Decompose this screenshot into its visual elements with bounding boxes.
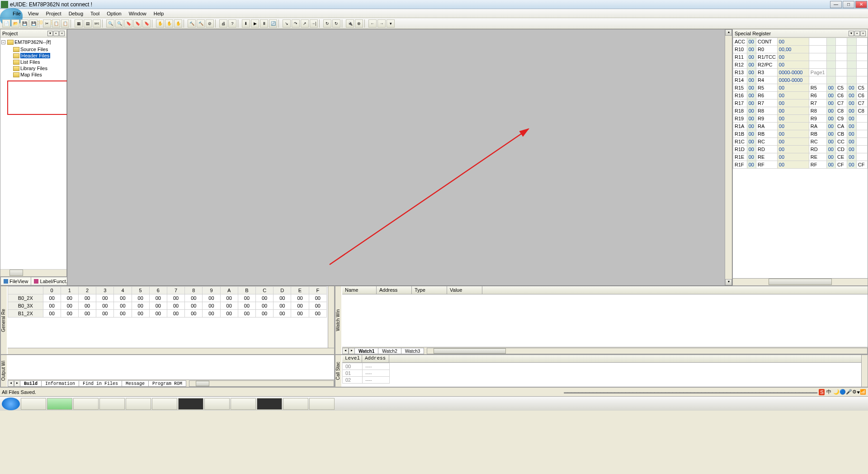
watch-tab-2[interactable]: Watch2 (378, 348, 401, 354)
watch-hscroll[interactable] (427, 348, 868, 354)
output-tab-find[interactable]: Find in Files (79, 380, 122, 387)
callstack-vscroll[interactable] (861, 355, 868, 387)
bookmark-next-icon[interactable]: 🔖 (133, 19, 142, 28)
register-table[interactable]: ACC00CONT00R1000R000,00R1100R1/TCC00R120… (733, 38, 868, 278)
find-icon[interactable]: 🔍 (106, 19, 114, 28)
reset-icon[interactable]: 🔄 (269, 19, 277, 28)
disconnect-icon[interactable]: ⊗ (355, 19, 363, 28)
project-item-1[interactable]: Header Files (1, 52, 66, 59)
callstack-table[interactable]: 00----01----02---- (342, 363, 390, 384)
ime-lang[interactable]: 中 (826, 389, 831, 395)
step-over-icon[interactable]: ↷ (292, 19, 300, 28)
mem-col-header[interactable]: 5 (132, 287, 149, 294)
mem-col-header[interactable]: E (291, 287, 309, 294)
mem-col-header[interactable]: A (220, 287, 238, 294)
step-out-icon[interactable]: ↗ (301, 19, 309, 28)
menu-window[interactable]: Window (125, 10, 150, 17)
collapse-icon[interactable]: − (1, 40, 5, 44)
close-panel-icon[interactable]: × (860, 31, 866, 36)
watch-col-address[interactable]: Address (377, 286, 412, 294)
project-item-4[interactable]: Map Files (1, 71, 66, 78)
output-tab-rom[interactable]: Program ROM (148, 380, 186, 387)
memory-row[interactable]: B0_2X00000000000000000000000000000000 (8, 294, 327, 302)
register-row[interactable]: R1400R40000-0000 (733, 76, 868, 84)
mem-col-header[interactable]: 7 (167, 287, 184, 294)
project-icon[interactable]: ▦ (75, 19, 83, 28)
register-row[interactable]: R1E00RE00RE00CE00 (733, 153, 868, 161)
register-row[interactable]: R1800R800R800C800C8 (733, 107, 868, 115)
stack-row[interactable]: 00---- (343, 363, 390, 370)
download-icon[interactable]: ⬇ (242, 19, 250, 28)
findall-icon[interactable]: 🔍 (115, 19, 123, 28)
taskbar-item[interactable] (73, 398, 99, 410)
watch-col-type[interactable]: Type (412, 286, 447, 294)
register-row[interactable]: R1900R900R900C900 (733, 115, 868, 123)
tray-icon-1[interactable]: 🌙 (833, 389, 840, 395)
register-row[interactable]: R1C00RC00RC00CC00 (733, 138, 868, 146)
memory-table[interactable]: 0123456789ABCDEF B0_2X000000000000000000… (8, 286, 327, 318)
close-panel-icon[interactable]: × (59, 31, 65, 36)
paste-icon[interactable]: 📋 (61, 19, 69, 28)
tab-prev-icon[interactable]: ◂ (8, 380, 14, 387)
register-hscroll[interactable] (733, 278, 868, 285)
stack-row[interactable]: 02---- (343, 377, 390, 384)
pause-icon[interactable]: ⏸ (260, 19, 268, 28)
ime-icon[interactable]: S (819, 389, 825, 395)
mem-col-header[interactable]: C (256, 287, 274, 294)
dropdown-icon[interactable]: ▾ (47, 31, 53, 36)
output-icon[interactable]: ▤ (84, 19, 92, 28)
project-item-3[interactable]: Library Files (1, 65, 66, 71)
taskbar-item[interactable] (309, 398, 335, 410)
mem-col-header[interactable]: 2 (78, 287, 96, 294)
scroll-up-icon[interactable]: ▴ (725, 29, 732, 36)
mem-col-header[interactable]: 6 (149, 287, 167, 294)
stack-col-address[interactable]: Address (362, 355, 389, 362)
copy-icon[interactable]: 📋 (52, 19, 60, 28)
taskbar-item[interactable] (231, 398, 256, 410)
output-body[interactable] (8, 355, 334, 379)
bookmark-clear-icon[interactable]: 🔖 (142, 19, 151, 28)
menu-option[interactable]: Option (103, 10, 125, 17)
stack-row[interactable]: 01---- (343, 370, 390, 377)
stack-col-level[interactable]: Level (342, 355, 362, 362)
watch-body[interactable] (342, 294, 861, 347)
watch-tab-1[interactable]: Watch1 (354, 348, 378, 354)
taskbar-item[interactable] (204, 398, 230, 410)
tab-next-icon[interactable]: ▸ (349, 348, 355, 354)
mem-col-header[interactable]: 8 (185, 287, 203, 294)
taskbar-item[interactable] (178, 398, 203, 410)
minimize-button[interactable]: — (830, 1, 842, 8)
nav-back-icon[interactable]: ← (368, 19, 377, 28)
scroll-down-icon[interactable]: ▾ (725, 279, 732, 285)
menu-project[interactable]: Project (42, 10, 65, 17)
taskbar-item[interactable] (283, 398, 308, 410)
tray-icon-3[interactable]: 🎤 (846, 389, 852, 395)
menu-debug[interactable]: Debug (65, 10, 87, 17)
output-tab-info[interactable]: Information (41, 380, 79, 387)
new-icon[interactable]: 📄 (2, 19, 10, 28)
tab-next-icon[interactable]: ▸ (14, 380, 20, 387)
menu-help[interactable]: Help (150, 10, 168, 17)
register-row[interactable]: R1B00RB00RB00CB00 (733, 130, 868, 138)
run-icon[interactable]: ▶ (251, 19, 259, 28)
refresh-icon[interactable]: ↻ (323, 19, 331, 28)
mem-col-header[interactable]: 0 (43, 287, 61, 294)
taskbar-item[interactable] (47, 398, 72, 410)
mem-col-header[interactable]: 3 (96, 287, 114, 294)
memory-row[interactable]: B1_2X00000000000000000000000000000000 (8, 310, 327, 318)
breakpoint-icon[interactable]: ✋ (156, 19, 164, 28)
mem-col-header[interactable]: D (274, 287, 291, 294)
project-item-2[interactable]: List Files (1, 59, 66, 65)
watch-tab-3[interactable]: Watch3 (401, 348, 425, 354)
menu-file[interactable]: File (9, 10, 24, 17)
project-tree[interactable]: − EM78P362N--闭 Source FilesHeader FilesL… (0, 38, 66, 269)
step-into-icon[interactable]: ↘ (283, 19, 291, 28)
memory-hscroll[interactable] (8, 348, 334, 354)
watch-col-value[interactable]: Value (447, 286, 482, 294)
taskbar-item[interactable] (21, 398, 46, 410)
cut-icon[interactable]: ✂ (43, 19, 51, 28)
close-button[interactable]: ✕ (855, 1, 867, 8)
tray-icon-2[interactable]: 🔵 (840, 389, 846, 395)
save-icon[interactable]: 💾 (20, 19, 28, 28)
tray-icon-6[interactable]: 📶 (860, 389, 866, 395)
